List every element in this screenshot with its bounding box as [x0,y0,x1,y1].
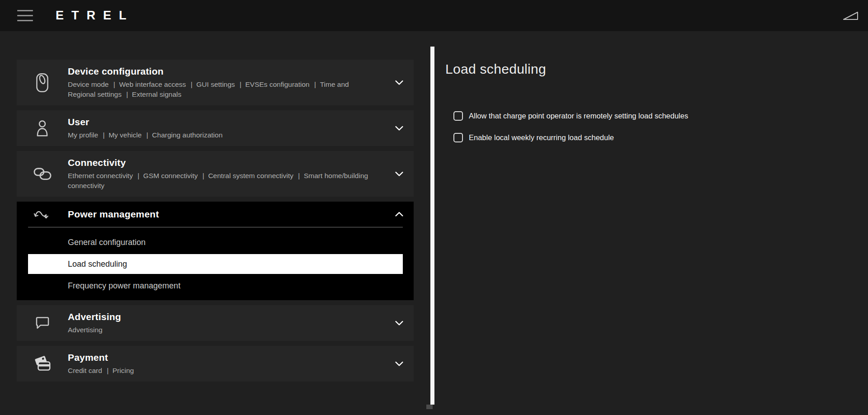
section-title-payment: Payment [68,352,377,363]
section-payment: PaymentCredit card | Pricing [17,346,414,382]
signal-triangle-icon[interactable] [843,11,859,21]
section-content: PaymentCredit card | Pricing [68,352,414,376]
sublink-credit-card[interactable]: Credit card [68,367,102,374]
section-icon-col [17,316,68,330]
sublink-pricing[interactable]: | Pricing [107,367,134,374]
section-content: AdvertisingAdvertising [68,311,414,335]
section-header-advertising[interactable]: AdvertisingAdvertising [17,305,414,341]
menu-item-general-configuration[interactable]: General configuration [28,232,403,252]
chevron-down-icon[interactable] [395,361,403,366]
section-header-user[interactable]: UserMy profile | My vehicle | Charging a… [17,110,414,146]
section-title-connectivity: Connectivity [68,157,377,169]
section-icon-col [17,208,68,221]
section-header-payment[interactable]: PaymentCredit card | Pricing [17,346,414,382]
sublink-evses-configuration[interactable]: | EVSEs configuration [240,80,310,88]
section-icon-col [17,72,68,93]
section-advertising: AdvertisingAdvertising [17,305,414,341]
hamburger-menu-icon[interactable] [17,10,33,21]
section-device-configuration: Device configurationDevice mode | Web in… [17,60,414,105]
menu-item-frequency-power-management[interactable]: Frequency power management [28,276,403,296]
sublink-external-signals[interactable]: | External signals [126,90,181,98]
sublink-web-interface-access[interactable]: | Web interface access [113,80,186,88]
section-power-management: Power managementGeneral configurationLoa… [17,202,414,300]
section-sublinks: Device mode | Web interface access | GUI… [68,80,377,99]
page-title: Load scheduling [445,61,843,78]
chevron-up-icon[interactable] [395,212,403,217]
section-content: ConnectivityEthernet connectivity | GSM … [68,157,414,191]
topbar: ETREL [0,0,868,31]
section-header-connectivity[interactable]: ConnectivityEthernet connectivity | GSM … [17,151,414,197]
section-content: UserMy profile | My vehicle | Charging a… [68,116,414,140]
menu-item-load-scheduling[interactable]: Load scheduling [28,254,403,274]
checkbox-label: Enable local weekly recurring load sched… [469,133,614,142]
app-root: { "topbar": { "brand": "ETREL", "icons":… [0,0,868,415]
checkbox-label: Allow that charge point operator is remo… [469,112,688,120]
settings-accordion: Device configurationDevice mode | Web in… [17,60,414,387]
user-icon [36,119,49,137]
section-header-device-configuration[interactable]: Device configurationDevice mode | Web in… [17,60,414,105]
section-title-power-management: Power management [68,208,377,220]
sublink-my-profile[interactable]: My profile [68,131,98,139]
section-content: Device configurationDevice mode | Web in… [68,66,414,99]
brand-logo: ETREL [56,9,134,23]
section-sublinks: My profile | My vehicle | Charging autho… [68,130,377,140]
section-content: Power management [68,208,414,220]
chevron-down-icon[interactable] [395,171,403,176]
content-panel: Load scheduling Allow that charge point … [445,61,843,155]
scrollbar-corner [426,405,433,409]
section-icon-col [17,166,68,182]
section-header-power-management[interactable]: Power management [17,202,414,227]
sublink-gsm-connectivity[interactable]: | GSM connectivity [137,172,198,179]
section-sublinks: Credit card | Pricing [68,366,377,376]
section-user: UserMy profile | My vehicle | Charging a… [17,110,414,146]
section-sublinks: Ethernet connectivity | GSM connectivity… [68,171,377,191]
sublink-device-mode[interactable]: Device mode [68,80,108,88]
checkbox[interactable] [453,111,463,121]
sublink-charging-authorization[interactable]: | Charging authorization [146,131,223,139]
checkbox-list: Allow that charge point operator is remo… [453,111,843,142]
section-submenu: General configurationLoad schedulingFreq… [17,227,414,300]
chevron-down-icon[interactable] [395,321,403,325]
chevron-down-icon[interactable] [395,80,403,85]
device-icon [35,72,50,93]
chevron-down-icon[interactable] [395,126,403,131]
section-title-user: User [68,116,377,128]
checkbox-row-allow-that-charge-point-operator-is-remo[interactable]: Allow that charge point operator is remo… [453,111,843,121]
link-icon [33,166,52,182]
section-sublinks: Advertising [68,325,377,335]
sublink-my-vehicle[interactable]: | My vehicle [103,131,142,139]
sublink-gui-settings[interactable]: | GUI settings [191,80,235,88]
speech-bubble-icon [35,316,50,330]
section-icon-col [17,119,68,137]
sublink-advertising[interactable]: Advertising [68,326,103,334]
section-icon-col [17,355,68,372]
sublink-central-system-connectivity[interactable]: | Central system connectivity [203,172,293,179]
section-title-advertising: Advertising [68,311,377,323]
checkbox[interactable] [453,133,463,142]
section-title-device-configuration: Device configuration [68,66,377,77]
section-connectivity: ConnectivityEthernet connectivity | GSM … [17,151,414,197]
credit-card-icon [34,355,51,372]
checkbox-row-enable-local-weekly-recurring-load-sched[interactable]: Enable local weekly recurring load sched… [453,133,843,142]
vertical-scrollbar-thumb[interactable] [430,47,434,405]
wave-icon [33,208,52,221]
sublink-ethernet-connectivity[interactable]: Ethernet connectivity [68,172,133,179]
